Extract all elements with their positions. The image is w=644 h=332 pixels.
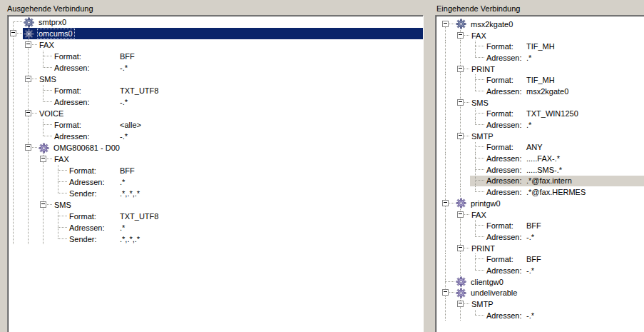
- tree-node-fax[interactable]: FAX: [440, 30, 644, 41]
- tree-node-omg800681-d00[interactable]: OMG800681 - D00: [8, 142, 423, 154]
- tree-row-content[interactable]: FAX: [53, 154, 423, 165]
- tree-node-smtprx0[interactable]: smtprx0: [8, 16, 423, 28]
- property-label[interactable]: Adressen:: [53, 97, 92, 107]
- tree-row-content[interactable]: Adressen:.....FAX-.*: [485, 153, 644, 164]
- node-label[interactable]: SMTP: [470, 299, 496, 309]
- tree-property-row[interactable]: Adressen:-.*: [440, 231, 644, 243]
- node-label[interactable]: SMS: [38, 74, 58, 84]
- property-label[interactable]: Adressen:: [68, 177, 107, 187]
- collapse-minus-icon[interactable]: [10, 30, 16, 36]
- tree-row-content[interactable]: Format:BFF: [485, 253, 644, 265]
- tree-node-fax[interactable]: FAX: [8, 39, 423, 51]
- collapse-minus-icon[interactable]: [457, 99, 464, 106]
- property-label[interactable]: Adressen:: [485, 86, 524, 96]
- property-label[interactable]: Adressen:: [485, 53, 524, 63]
- tree-row-content[interactable]: FAX: [470, 30, 644, 41]
- property-label[interactable]: Format:: [485, 221, 516, 231]
- tree-node-sms[interactable]: SMS: [8, 199, 423, 211]
- tree-row-content[interactable]: Format:BFF: [68, 165, 423, 176]
- property-label[interactable]: Format:: [485, 41, 516, 51]
- tree-row-content[interactable]: undeliverable: [455, 288, 644, 299]
- tree-property-row[interactable]: Sender:.*,.*,.*: [8, 233, 423, 245]
- tree-row-content[interactable]: Adressen:-.*: [53, 62, 423, 74]
- gear-icon[interactable]: [24, 29, 34, 39]
- node-label[interactable]: msx2kgate0: [469, 19, 515, 29]
- tree-node-fax[interactable]: FAX: [8, 154, 423, 165]
- tree-property-row[interactable]: Adressen:-.*: [8, 96, 423, 108]
- node-label[interactable]: FAX: [470, 31, 489, 41]
- tree-node-clientgw0[interactable]: clientgw0: [440, 276, 644, 288]
- tree-row-content[interactable]: Adressen:msx2kgate0: [485, 86, 644, 97]
- tree-row-content[interactable]: Adressen:.....SMS-.*: [485, 164, 644, 176]
- collapse-minus-icon[interactable]: [457, 32, 464, 39]
- tree-row-content[interactable]: Adressen:.*: [68, 176, 423, 188]
- collapse-minus-icon[interactable]: [457, 301, 464, 307]
- outgoing-connections-tree[interactable]: smtprx0omcums0FAXFormat:BFFAdressen:-.*S…: [7, 15, 424, 332]
- tree-property-row[interactable]: Format:TIF_MH: [440, 41, 644, 52]
- tree-property-row[interactable]: Format:BFF: [8, 165, 423, 176]
- collapse-minus-icon[interactable]: [25, 144, 31, 151]
- gear-icon[interactable]: [456, 198, 466, 208]
- tree-property-row[interactable]: Format:BFF: [440, 253, 644, 265]
- property-label[interactable]: Format:: [68, 166, 98, 176]
- tree-row-content[interactable]: Adressen:-.*: [53, 96, 423, 108]
- incoming-connections-tree[interactable]: msx2kgate0FAXFormat:TIF_MHAdressen:.*PRI…: [435, 15, 644, 332]
- tree-row-content[interactable]: Format:BFF: [485, 220, 644, 231]
- collapse-minus-icon[interactable]: [457, 66, 464, 72]
- collapse-minus-icon[interactable]: [442, 289, 449, 296]
- tree-property-row[interactable]: Format:ANY: [440, 142, 644, 154]
- property-label[interactable]: Format:: [485, 254, 516, 264]
- gear-icon[interactable]: [456, 276, 466, 287]
- tree-row-content[interactable]: FAX: [470, 209, 644, 221]
- tree-row-content[interactable]: SMS: [470, 97, 644, 109]
- node-label[interactable]: FAX: [38, 40, 56, 50]
- tree-row-content[interactable]: Adressen:.*: [485, 52, 644, 64]
- tree-row-content[interactable]: Adressen:-.*: [485, 265, 644, 276]
- property-label[interactable]: Sender:: [68, 188, 99, 198]
- property-label[interactable]: Adressen:: [485, 187, 524, 197]
- tree-property-row[interactable]: Adressen:.*: [440, 119, 644, 131]
- tree-property-row[interactable]: Format:TXT_UTF8: [8, 211, 423, 222]
- tree-property-row[interactable]: Format:TIF_MH: [440, 74, 644, 86]
- property-label[interactable]: Sender:: [68, 234, 99, 244]
- collapse-minus-icon[interactable]: [457, 133, 464, 139]
- collapse-minus-icon[interactable]: [25, 110, 31, 116]
- tree-property-row[interactable]: Adressen:-.*: [8, 131, 423, 142]
- node-label[interactable]: SMS: [470, 98, 491, 108]
- tree-row-content[interactable]: PRINT: [470, 243, 644, 254]
- tree-row-content[interactable]: Format:<alle>: [53, 119, 423, 131]
- tree-property-row[interactable]: Adressen:msx2kgate0: [440, 86, 644, 97]
- node-label[interactable]: FAX: [470, 210, 489, 220]
- property-label[interactable]: Adressen:: [485, 165, 524, 175]
- tree-row-content[interactable]: Format:ANY: [485, 142, 644, 154]
- gear-icon[interactable]: [24, 17, 34, 28]
- tree-row-content[interactable]: VOICE: [38, 108, 423, 119]
- tree-node-msx2kgate0[interactable]: msx2kgate0: [440, 19, 644, 30]
- node-label[interactable]: SMS: [53, 200, 73, 210]
- node-label[interactable]: omcums0: [37, 29, 75, 39]
- property-label[interactable]: Format:: [53, 86, 83, 96]
- property-label[interactable]: Adressen:: [485, 154, 524, 164]
- property-label[interactable]: Format:: [485, 109, 516, 119]
- tree-property-row[interactable]: Adressen:.*: [8, 176, 423, 188]
- node-label[interactable]: smtprx0: [37, 17, 68, 27]
- property-label[interactable]: Adressen:: [53, 131, 92, 141]
- gear-icon[interactable]: [456, 19, 466, 29]
- tree-row-content[interactable]: omcums0: [23, 28, 423, 39]
- tree-node-smtp[interactable]: SMTP: [440, 131, 644, 142]
- tree-row-content[interactable]: SMS: [38, 74, 423, 85]
- tree-property-row[interactable]: Adressen:.*@fax.HERMES: [440, 186, 644, 198]
- tree-property-row[interactable]: Adressen:.*@fax.intern: [440, 176, 644, 187]
- tree-row-content[interactable]: smtprx0: [23, 16, 423, 28]
- tree-property-row[interactable]: Format:TXT_UTF8: [8, 85, 423, 96]
- tree-row-content[interactable]: OMG800681 - D00: [38, 142, 423, 154]
- tree-row-content[interactable]: Adressen:.*@fax.intern: [485, 176, 644, 187]
- node-label[interactable]: VOICE: [38, 109, 66, 119]
- tree-row-content[interactable]: Format:TIF_MH: [485, 74, 644, 86]
- tree-property-row[interactable]: Adressen:-.*: [440, 310, 644, 321]
- tree-row-content[interactable]: SMTP: [470, 298, 644, 310]
- tree-property-row[interactable]: Adressen:.*: [8, 222, 423, 233]
- node-label[interactable]: OMG800681 - D00: [52, 143, 122, 153]
- gear-icon[interactable]: [456, 288, 466, 298]
- node-label[interactable]: clientgw0: [469, 277, 506, 287]
